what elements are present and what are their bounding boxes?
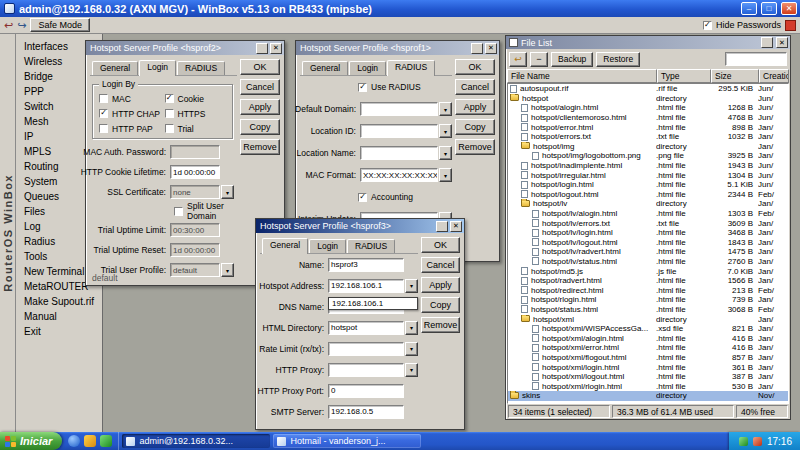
dropdown-arrow-icon[interactable]: ▾ (439, 102, 452, 116)
dialog-close-button[interactable]: ✕ (270, 43, 282, 54)
field-input[interactable]: 00:30:00 (170, 223, 220, 237)
dropdown-arrow-icon[interactable]: ▾ (405, 342, 418, 356)
checkbox[interactable] (165, 94, 174, 103)
undo-icon[interactable]: ↩ (4, 20, 13, 31)
file-row[interactable]: hotspot/lv/status.html .html file 2760 B… (508, 257, 788, 267)
file-row[interactable]: hotspot/lv directory Jan/ (508, 199, 788, 209)
file-row[interactable]: autosupout.rif .rif file 295.5 KiB Jun/ (508, 84, 788, 94)
login-by-option[interactable]: Trial (165, 121, 231, 136)
login-by-option[interactable]: HTTPS (165, 106, 231, 121)
dialog-pin-button[interactable] (256, 43, 268, 54)
file-row[interactable]: hotspot/logout.html .html file 2344 B Fe… (508, 190, 788, 200)
tab[interactable]: Login (349, 61, 386, 75)
tab[interactable]: Login (139, 60, 176, 76)
file-row[interactable]: hotspot/lv/logout.html .html file 1843 B… (508, 238, 788, 248)
sidebar-item[interactable]: Exit ▸ (16, 324, 102, 339)
file-row[interactable]: hotspot/rlogin.html .html file 739 B Jan… (508, 295, 788, 305)
field-input[interactable]: XX:XX:XX:XX:XX:XX (360, 168, 438, 182)
dropdown-arrow-icon[interactable]: ▾ (405, 321, 418, 335)
restore-button[interactable]: Restore (596, 52, 640, 67)
field-input[interactable] (360, 102, 438, 116)
file-row[interactable]: hotspot/xml/flogout.html .html file 857 … (508, 353, 788, 363)
field-input[interactable] (360, 146, 438, 160)
dialog-button[interactable]: Copy (455, 119, 495, 135)
tab[interactable]: General (92, 61, 138, 75)
tab[interactable]: RADIUS (177, 61, 225, 75)
file-row[interactable]: hotspot directory Jun/ (508, 94, 788, 104)
use-radius-option[interactable]: Use RADIUS (300, 76, 452, 98)
checkbox[interactable] (99, 124, 108, 133)
sidebar-item[interactable]: Make Supout.rif ▸ (16, 294, 102, 309)
field-input[interactable]: none (170, 185, 220, 199)
file-row[interactable]: hotspot/alogin.html .html file 1268 B Ju… (508, 103, 788, 113)
dialog-pin-button[interactable] (761, 37, 773, 48)
dropdown-arrow-icon[interactable]: ▾ (439, 168, 452, 182)
find-input[interactable] (725, 52, 787, 66)
tab[interactable]: RADIUS (387, 60, 435, 76)
accounting-option[interactable]: Accounting (300, 186, 452, 208)
field-input[interactable]: 192.168.106.1 (328, 279, 404, 293)
dropdown-arrow-icon[interactable]: ▾ (439, 124, 452, 138)
file-row[interactable]: hotspot/xml/login.html .html file 361 B … (508, 362, 788, 372)
checkbox[interactable] (99, 94, 108, 103)
file-row[interactable]: hotspot/lv/login.html .html file 3468 B … (508, 228, 788, 238)
dialog-button[interactable]: OK (455, 59, 495, 75)
field-input[interactable]: hsprof3 (328, 258, 404, 272)
hide-passwords-checkbox[interactable] (703, 21, 712, 30)
dialog-titlebar[interactable]: Hotspot Server Profile <hsprof3> ✕ (256, 219, 464, 233)
sidebar-item[interactable]: Manual ▸ (16, 309, 102, 324)
field-input[interactable] (170, 145, 220, 159)
dialog-button[interactable]: Apply (455, 99, 495, 115)
column-header-type[interactable]: Type (657, 69, 711, 83)
backup-button[interactable]: Backup (551, 52, 593, 67)
popup-item[interactable]: 192.168.106.1 (332, 299, 383, 308)
tray-icon-2[interactable] (753, 437, 762, 446)
file-row[interactable]: hotspot/radvert.html .html file 1566 B J… (508, 276, 788, 286)
checkbox[interactable] (358, 83, 367, 92)
file-row[interactable]: hotspot/md5.js .js file 7.0 KiB Jan/ (508, 266, 788, 276)
file-row[interactable]: hotspot/errors.txt .txt file 1032 B Jan/ (508, 132, 788, 142)
dialog-button[interactable]: Cancel (240, 79, 280, 95)
field-input[interactable]: 1d 00:00:00 (170, 243, 220, 257)
file-row[interactable]: skins directory Nov/ (508, 391, 788, 401)
dialog-button[interactable]: OK (421, 237, 460, 253)
tab[interactable]: General (302, 61, 348, 75)
file-row[interactable]: hotspot/login.html .html file 5.1 KiB Ju… (508, 180, 788, 190)
dialog-close-button[interactable]: ✕ (776, 37, 788, 48)
file-row[interactable]: hotspot/error.html .html file 898 B Jan/ (508, 122, 788, 132)
field-input[interactable]: 0 (328, 384, 404, 398)
file-row[interactable]: hotspot/xml/alogin.html .html file 416 B… (508, 333, 788, 343)
login-by-option[interactable]: HTTP CHAP (99, 106, 165, 121)
dropdown-arrow-icon[interactable]: ▾ (405, 279, 418, 293)
dropdown-arrow-icon[interactable]: ▾ (405, 363, 418, 377)
checkbox[interactable] (99, 109, 108, 118)
file-row[interactable]: hotspot/xml/rlogin.html .html file 530 B… (508, 381, 788, 391)
dropdown-arrow-icon[interactable]: ▾ (439, 146, 452, 160)
checkbox[interactable] (174, 207, 183, 216)
dialog-close-button[interactable]: ✕ (485, 43, 497, 54)
dialog-pin-button[interactable] (436, 221, 448, 232)
file-row[interactable]: hotspot/clientemoroso.html .html file 47… (508, 113, 788, 123)
file-row[interactable]: hotspot/img directory Jan/ (508, 142, 788, 152)
login-by-option[interactable]: MAC (99, 91, 165, 106)
dropdown-arrow-icon[interactable]: ▾ (221, 185, 234, 199)
tab[interactable]: General (262, 238, 308, 254)
quick-launch-icon-2[interactable] (84, 435, 96, 447)
column-header-creation[interactable]: Creation... (759, 69, 789, 83)
address-suggest-popup[interactable]: 192.168.106.1 (328, 297, 418, 310)
file-row[interactable]: hotspot/inadimplente.html .html file 194… (508, 161, 788, 171)
maximize-button[interactable]: □ (761, 2, 777, 15)
file-row[interactable]: hotspot/redirect.html .html file 213 B F… (508, 285, 788, 295)
file-row[interactable]: hotspot/xml/error.html .html file 416 B … (508, 343, 788, 353)
file-row[interactable]: hotspot/lv/radvert.html .html file 1475 … (508, 247, 788, 257)
taskbar-window-button[interactable]: Hotmail - vanderson_j... (273, 434, 421, 448)
file-row[interactable]: hotspot/xml directory Jan/ (508, 314, 788, 324)
start-button[interactable]: Iniciar (0, 432, 62, 450)
login-by-option[interactable]: HTTP PAP (99, 121, 165, 136)
dialog-titlebar[interactable]: Hotspot Server Profile <hsprof1> ✕ (296, 41, 499, 55)
dialog-button[interactable]: Cancel (455, 79, 495, 95)
checkbox[interactable] (358, 193, 367, 202)
dialog-button[interactable]: Cancel (421, 257, 460, 273)
dialog-button[interactable]: Copy (421, 297, 460, 313)
file-list-titlebar[interactable]: File List ✕ (506, 36, 790, 49)
